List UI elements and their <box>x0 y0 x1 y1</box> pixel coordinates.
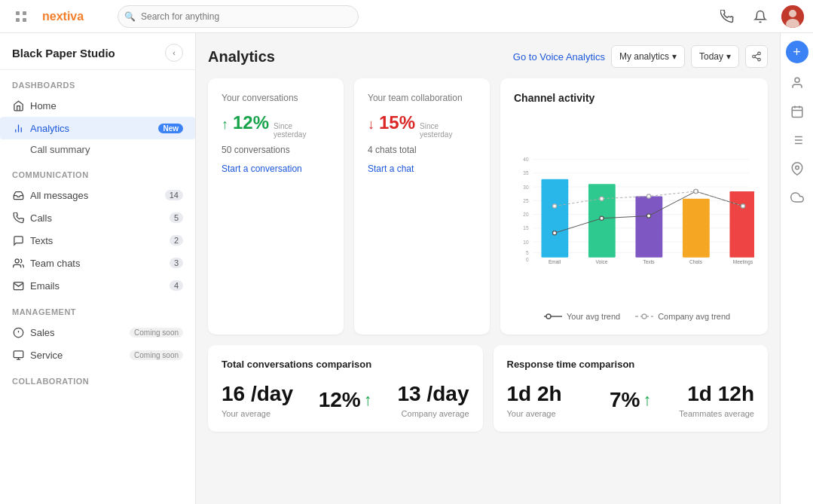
voice-analytics-link[interactable]: Go to Voice Analytics <box>513 51 605 63</box>
today-btn[interactable]: Today ▾ <box>691 45 739 68</box>
team-chats-icon <box>12 257 24 269</box>
sidebar-item-calls[interactable]: Calls 5 <box>0 206 195 229</box>
your-trend-legend: Your avg trend <box>544 312 620 321</box>
sidebar-collapse-btn[interactable]: ‹ <box>165 44 183 62</box>
emails-icon <box>12 279 24 292</box>
sidebar-item-home-label: Home <box>30 100 183 111</box>
sidebar-item-team-chats[interactable]: Team chats 3 <box>0 252 195 274</box>
svg-point-20 <box>758 58 761 61</box>
sidebar-sub-call-summary[interactable]: Call summary <box>0 139 195 160</box>
main-content: Analytics Go to Voice Analytics My analy… <box>196 33 780 504</box>
right-calendar-icon[interactable] <box>785 99 809 124</box>
svg-line-22 <box>755 54 758 56</box>
section-label-collaboration: Collaboration <box>0 366 195 390</box>
svg-text:Texts: Texts <box>643 259 655 264</box>
team-chats-badge: 3 <box>170 258 183 268</box>
right-pin-icon[interactable] <box>785 157 809 181</box>
my-analytics-btn[interactable]: My analytics ▾ <box>611 45 685 68</box>
chevron-down-icon-today: ▾ <box>726 51 731 62</box>
svg-rect-42 <box>635 196 662 257</box>
total-company-avg-label: Company average <box>383 409 469 418</box>
sidebar-item-all-messages[interactable]: All messages 14 <box>0 184 195 206</box>
svg-text:10: 10 <box>523 240 529 245</box>
svg-point-19 <box>753 55 756 58</box>
start-chat-link[interactable]: Start a chat <box>368 163 414 174</box>
svg-point-56 <box>600 197 604 200</box>
response-your-avg-label: Your average <box>507 409 593 418</box>
bottom-cards: Total conversations comparison 16 /day Y… <box>208 345 768 432</box>
chart-legend: Your avg trend Company avg trend <box>514 312 754 321</box>
sidebar-item-emails[interactable]: Emails 4 <box>0 274 195 297</box>
response-comparison-percent: 7% <box>610 388 640 412</box>
response-time-title: Response time comparison <box>507 359 755 370</box>
right-user-icon[interactable] <box>785 71 809 95</box>
your-trend-label: Your avg trend <box>567 312 620 321</box>
calls-badge: 5 <box>170 212 183 223</box>
svg-point-64 <box>642 314 646 319</box>
svg-text:15: 15 <box>523 225 529 231</box>
svg-rect-15 <box>14 350 23 357</box>
phone-icon-btn[interactable] <box>715 5 739 29</box>
right-cloud-icon[interactable] <box>785 185 809 209</box>
analytics-icon <box>12 122 24 134</box>
svg-point-11 <box>15 258 19 262</box>
svg-text:20: 20 <box>523 212 529 217</box>
conversations-arrow: ↑ <box>222 117 228 133</box>
channel-activity-chart: 40 35 30 25 20 15 10 5 0 <box>514 113 754 309</box>
company-trend-label: Company avg trend <box>658 312 730 321</box>
svg-point-50 <box>552 231 556 235</box>
svg-text:25: 25 <box>523 198 529 203</box>
start-conversation-link[interactable]: Start a conversation <box>222 163 302 174</box>
right-list-icon[interactable] <box>785 128 809 152</box>
total-your-avg-label: Your average <box>222 409 307 418</box>
svg-text:35: 35 <box>523 170 529 176</box>
svg-rect-41 <box>588 184 616 258</box>
svg-text:30: 30 <box>523 185 529 190</box>
svg-point-76 <box>795 166 799 170</box>
cards-row: Your conversations ↑ 12% Since yesterday… <box>208 78 768 334</box>
sidebar-team-chats-label: Team chats <box>30 258 164 269</box>
content-header: Analytics Go to Voice Analytics My analy… <box>208 45 768 68</box>
sidebar-all-messages-label: All messages <box>30 190 159 201</box>
svg-point-58 <box>694 189 698 193</box>
svg-rect-43 <box>683 199 710 258</box>
total-conversations-card: Total conversations comparison 16 /day Y… <box>208 345 483 432</box>
sales-icon <box>12 326 24 338</box>
svg-text:Voice: Voice <box>596 259 608 264</box>
sidebar: Black Paper Studio ‹ Dashboards Home Ana… <box>0 33 196 504</box>
sidebar-item-analytics[interactable]: Analytics New <box>0 117 195 139</box>
sidebar-emails-label: Emails <box>30 280 164 292</box>
collaboration-sub: 4 chats total <box>368 145 476 155</box>
svg-rect-0 <box>16 11 20 15</box>
total-up-arrow: ↑ <box>364 390 372 410</box>
sales-coming-soon-badge: Coming soon <box>130 328 183 338</box>
share-btn[interactable] <box>745 45 768 68</box>
inbox-icon <box>12 189 24 201</box>
notification-icon-btn[interactable] <box>748 5 772 29</box>
avatar[interactable] <box>781 5 804 28</box>
svg-rect-1 <box>23 11 26 15</box>
total-your-avg: 16 /day <box>222 382 307 406</box>
svg-rect-3 <box>23 18 26 22</box>
conversations-card-title: Your conversations <box>222 92 330 105</box>
search-input[interactable] <box>118 5 359 28</box>
collaboration-card: Your team collaboration ↓ 15% Since yest… <box>354 78 490 334</box>
response-teammates-avg: 1d 12h <box>668 382 754 406</box>
collaboration-card-title: Your team collaboration <box>368 92 476 105</box>
svg-point-61 <box>546 314 551 319</box>
all-messages-badge: 14 <box>165 190 183 200</box>
conversations-sub: 50 conversations <box>222 145 330 155</box>
sidebar-item-texts[interactable]: Texts 2 <box>0 229 195 252</box>
svg-text:0: 0 <box>526 257 529 262</box>
brand-logo: nextiva <box>42 8 102 25</box>
collaboration-arrow: ↓ <box>368 117 374 133</box>
sidebar-item-service[interactable]: Service Coming soon <box>0 344 195 366</box>
sidebar-item-home[interactable]: Home <box>0 94 195 117</box>
total-conversations-title: Total conversations comparison <box>222 359 469 370</box>
svg-rect-66 <box>792 107 802 118</box>
emails-badge: 4 <box>170 280 183 291</box>
sidebar-item-sales[interactable]: Sales Coming soon <box>0 321 195 344</box>
add-button[interactable]: + <box>786 41 808 63</box>
grid-menu-icon[interactable] <box>9 5 33 29</box>
collaboration-since: Since <box>420 122 452 130</box>
